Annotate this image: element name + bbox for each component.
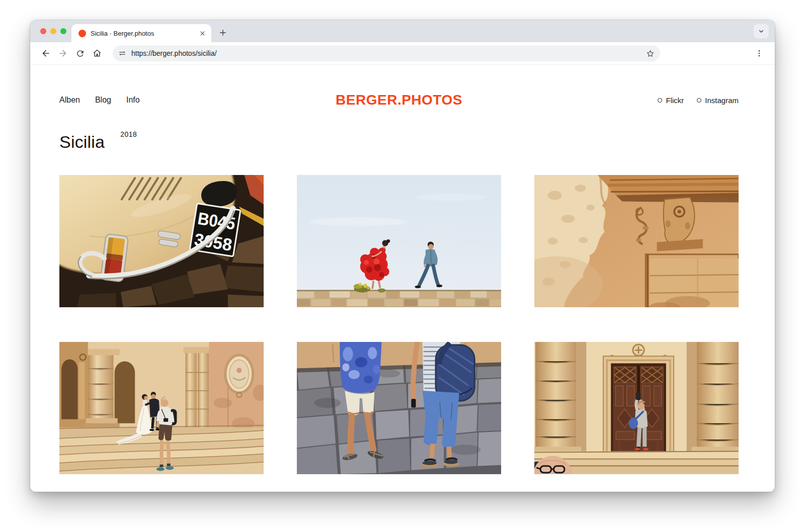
social-links: Flickr Instagram xyxy=(462,96,739,105)
kebab-menu-icon[interactable] xyxy=(751,45,768,62)
traffic-zoom-icon[interactable] xyxy=(60,28,66,34)
page-year: 2018 xyxy=(120,130,137,138)
social-link-flickr[interactable]: Flickr xyxy=(658,96,684,105)
photo-red-dress-walkers[interactable] xyxy=(297,175,501,307)
photo-tourists-cobblestones[interactable] xyxy=(297,342,501,474)
ring-icon xyxy=(697,98,701,103)
new-tab-button[interactable] xyxy=(216,26,229,39)
webpage: Alben Blog Info BERGER.PHOTOS Flickr Ins… xyxy=(30,65,775,492)
favicon-dot-icon xyxy=(78,30,86,37)
browser-tab[interactable]: Sicilia · Berger.photos xyxy=(71,24,211,42)
tab-title: Sicilia · Berger.photos xyxy=(91,30,194,37)
home-button[interactable] xyxy=(89,45,106,62)
forward-button[interactable] xyxy=(54,45,71,62)
browser-window: Sicilia · Berger.photos xyxy=(30,20,775,492)
photo-baroque-cornice[interactable] xyxy=(534,175,739,307)
nav-item-blog[interactable]: Blog xyxy=(95,96,111,105)
photo-wedding-couple-steps[interactable] xyxy=(59,342,264,474)
photo-fiat-500-rear[interactable]: B045 3058 xyxy=(59,175,264,307)
nav-item-info[interactable]: Info xyxy=(126,96,140,105)
ring-icon xyxy=(658,98,662,103)
social-label: Flickr xyxy=(666,96,684,105)
reload-button[interactable] xyxy=(71,45,89,62)
social-label: Instagram xyxy=(705,96,739,105)
back-button[interactable] xyxy=(37,45,54,62)
social-link-instagram[interactable]: Instagram xyxy=(697,96,739,105)
url-text[interactable]: https://berger.photos/sicilia/ xyxy=(131,49,641,57)
traffic-close-icon[interactable] xyxy=(40,28,46,34)
traffic-minimize-icon[interactable] xyxy=(50,28,56,34)
site-settings-icon[interactable] xyxy=(118,49,127,58)
bookmark-star-icon[interactable] xyxy=(646,49,655,58)
site-logo[interactable]: BERGER.PHOTOS xyxy=(336,92,462,108)
main-nav: Alben Blog Info xyxy=(59,96,336,105)
browser-toolbar: https://berger.photos/sicilia/ xyxy=(30,42,775,65)
photo-grid: B045 3058 xyxy=(59,175,739,474)
photo-church-door-photographer[interactable] xyxy=(534,342,739,474)
site-header: Alben Blog Info BERGER.PHOTOS Flickr Ins… xyxy=(30,65,775,108)
page-title: Sicilia xyxy=(59,132,105,152)
chevron-down-icon[interactable] xyxy=(754,24,769,38)
tab-close-icon[interactable] xyxy=(199,30,206,37)
tab-strip: Sicilia · Berger.photos xyxy=(30,20,775,42)
window-controls xyxy=(40,20,66,42)
address-bar[interactable]: https://berger.photos/sicilia/ xyxy=(113,45,660,61)
nav-item-alben[interactable]: Alben xyxy=(59,96,80,105)
album-title-row: Sicilia 2018 xyxy=(30,132,775,152)
